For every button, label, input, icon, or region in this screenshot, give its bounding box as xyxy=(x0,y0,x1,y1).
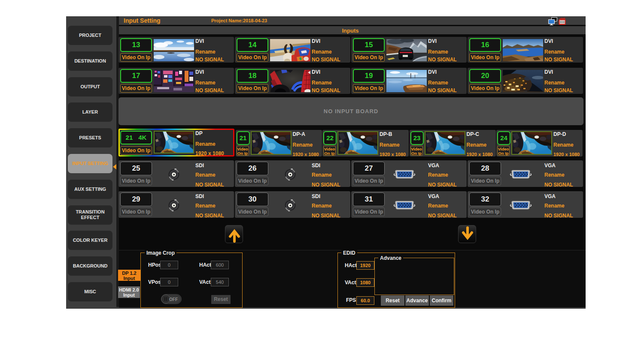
svg-text:OFF: OFF xyxy=(169,297,178,302)
